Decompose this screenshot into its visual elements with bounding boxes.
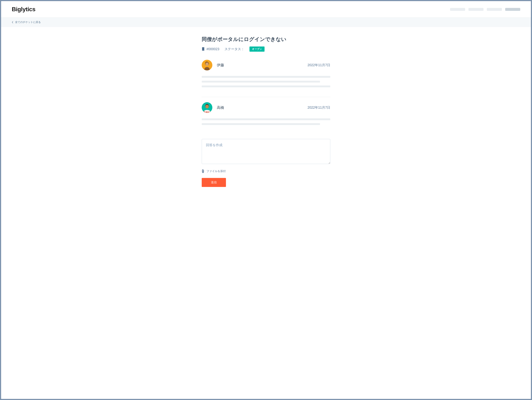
status-label: ステータス： (224, 47, 244, 51)
reply-textarea[interactable] (202, 139, 330, 164)
reply-area: ファイルを添付 送信 (202, 139, 330, 187)
attach-file-button[interactable]: ファイルを添付 (202, 169, 226, 173)
chevron-left-icon (12, 21, 13, 23)
svg-point-5 (205, 105, 209, 109)
text-placeholder-line (202, 123, 320, 125)
message-date: 2022年11月7日 (308, 105, 330, 110)
breadcrumb-bar: 全てのチケットに戻る (1, 18, 531, 27)
attach-file-label: ファイルを添付 (207, 169, 226, 173)
nav-item-placeholder[interactable] (469, 8, 483, 11)
nav-placeholders (450, 8, 520, 11)
app-frame: Biglytics 全てのチケットに戻る 同僚がポータルにログインできない #0… (1, 1, 531, 399)
text-placeholder-line (202, 76, 330, 78)
ticket-id-text: #000023 (207, 47, 219, 51)
ticket-content: 同僚がポータルにログインできない #000023 ステータス： オープン (202, 27, 330, 198)
message-author: 高橋 (202, 102, 224, 113)
logo: Biglytics (12, 6, 35, 13)
submit-row: 送信 (202, 178, 330, 187)
text-placeholder-line (202, 118, 330, 120)
nav-item-placeholder[interactable] (487, 8, 502, 11)
ticket-meta: #000023 ステータス： オープン (202, 46, 330, 52)
paperclip-icon (202, 169, 204, 173)
status-badge: オープン (249, 46, 265, 52)
submit-button[interactable]: 送信 (202, 178, 226, 187)
header: Biglytics (1, 1, 531, 18)
author-name: 高橋 (217, 105, 224, 110)
text-placeholder-line (202, 85, 330, 87)
back-to-tickets-link[interactable]: 全てのチケットに戻る (12, 21, 41, 24)
ticket-id: #000023 (202, 47, 219, 51)
nav-item-placeholder[interactable] (450, 8, 465, 11)
message-header: 伊藤 2022年11月7日 (202, 60, 330, 71)
avatar (202, 102, 212, 113)
message-header: 高橋 2022年11月7日 (202, 102, 330, 113)
ticket-icon (202, 47, 205, 51)
nav-item-placeholder-active[interactable] (505, 8, 520, 11)
ticket-title: 同僚がポータルにログインできない (202, 36, 330, 43)
message-item: 高橋 2022年11月7日 (202, 97, 330, 135)
message-body (202, 76, 330, 87)
author-name: 伊藤 (217, 63, 224, 68)
svg-point-2 (206, 63, 209, 66)
breadcrumb-label: 全てのチケットに戻る (15, 21, 41, 24)
message-item: 伊藤 2022年11月7日 (202, 60, 330, 97)
message-body (202, 118, 330, 125)
avatar (202, 60, 212, 71)
text-placeholder-line (202, 81, 320, 83)
message-date: 2022年11月7日 (308, 63, 330, 67)
message-author: 伊藤 (202, 60, 224, 71)
